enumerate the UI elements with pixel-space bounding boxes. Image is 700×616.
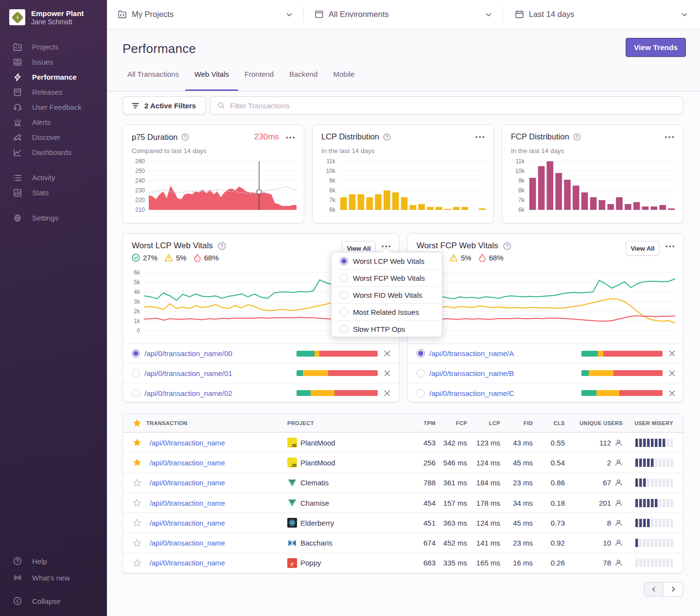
svg-text:11k: 11k <box>516 158 525 165</box>
svg-text:e: e <box>291 559 294 567</box>
svg-text:6k: 6k <box>329 206 336 213</box>
svg-text:1k: 1k <box>134 318 140 325</box>
svg-text:2k: 2k <box>134 308 140 315</box>
svg-text:230: 230 <box>135 187 145 194</box>
svg-text:0: 0 <box>137 327 140 334</box>
svg-text:10k: 10k <box>326 168 336 174</box>
svg-text:260: 260 <box>135 158 145 165</box>
svg-text:3k: 3k <box>134 298 140 305</box>
svg-text:6k: 6k <box>134 269 140 276</box>
svg-text:240: 240 <box>135 177 145 184</box>
svg-text:11k: 11k <box>327 158 336 165</box>
svg-text:8k: 8k <box>329 187 336 194</box>
svg-text:10k: 10k <box>515 168 525 174</box>
svg-text:JS: JS <box>292 443 297 448</box>
svg-text:220: 220 <box>135 197 145 204</box>
svg-text:6k: 6k <box>518 206 525 213</box>
svg-text:9k: 9k <box>329 177 336 184</box>
svg-text:210: 210 <box>135 206 145 213</box>
svg-text:9k: 9k <box>518 177 525 184</box>
svg-text:250: 250 <box>135 168 145 174</box>
svg-text:7k: 7k <box>518 197 525 204</box>
svg-text:7k: 7k <box>329 197 336 204</box>
svg-text:5k: 5k <box>134 279 140 286</box>
svg-text:8k: 8k <box>518 187 525 194</box>
svg-text:JS: JS <box>292 463 297 468</box>
svg-text:4k: 4k <box>134 289 140 295</box>
